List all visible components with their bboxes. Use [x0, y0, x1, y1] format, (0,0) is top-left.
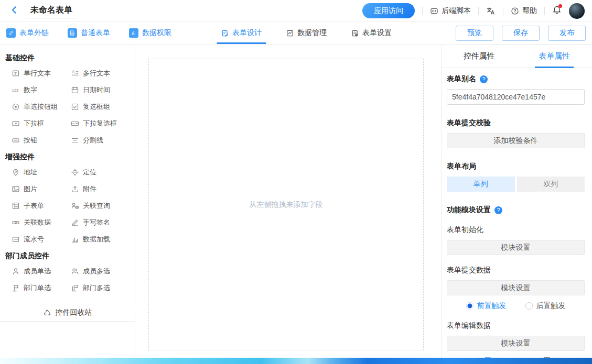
control-item-label: 单选按钮组 [24, 102, 58, 112]
control-item[interactable]: 手写签名 [71, 214, 135, 231]
form-alias-heading: 表单别名 ? [447, 74, 585, 84]
control-item[interactable]: 下拉复选框 [71, 115, 135, 132]
control-item[interactable]: 单行文本 [12, 65, 71, 82]
control-item-label: 定位 [83, 168, 96, 177]
control-item-label: 成员单选 [24, 267, 51, 276]
control-item[interactable]: 123数字 [12, 82, 71, 98]
data-load-icon [71, 235, 79, 244]
toolbar-item-form-external-link[interactable]: 表单外链 [6, 28, 49, 38]
radio-label: 前置触发 [477, 301, 507, 311]
desktop-taskbar-edge [0, 358, 592, 364]
data-permission-icon [129, 28, 138, 38]
control-item[interactable]: 部门单选 [12, 280, 71, 296]
dropzone-placeholder: 从左侧拖拽来添加字段 [250, 200, 323, 209]
page-title: 未命名表单 [30, 5, 72, 14]
control-item[interactable]: 附件 [71, 181, 135, 197]
layout-option[interactable]: 双列 [517, 177, 585, 192]
toolbar-left-group: 表单外链普通表单数据权限 [6, 22, 171, 44]
recycle-icon [43, 308, 51, 317]
recycle-label: 控件回收站 [56, 308, 92, 317]
preview-button[interactable]: 预览 [456, 26, 493, 41]
translate-icon [486, 6, 496, 16]
attachment-icon [71, 185, 79, 193]
toolbar-item-label: 表单外链 [19, 28, 49, 38]
control-item-label: 日期时间 [83, 85, 110, 95]
help-badge-icon[interactable]: ? [480, 75, 488, 83]
control-item-label: 数字 [24, 85, 37, 95]
help-badge-icon[interactable]: ? [494, 206, 502, 214]
control-item[interactable]: 日期时间 [71, 82, 135, 98]
control-item[interactable]: 地址 [12, 164, 71, 181]
publish-button[interactable]: 发布 [548, 26, 586, 41]
module-group-label: 表单编辑数据 [447, 321, 585, 330]
notification-button[interactable] [552, 5, 562, 17]
control-item-label: 手写签名 [83, 218, 110, 227]
form-title-edit[interactable]: 未命名表单 [29, 4, 76, 18]
multi-line-text-icon: A [71, 69, 79, 78]
control-recycle-bin[interactable]: 控件回收站 [0, 304, 135, 322]
module-settings-button[interactable]: 模块设置 [447, 280, 585, 295]
form-alias-input[interactable] [447, 89, 585, 105]
trigger-radio[interactable]: 后置触发 [525, 301, 566, 311]
form-dropzone[interactable]: 从左侧拖拽来添加字段 [148, 59, 424, 350]
tab-form-settings[interactable]: 表单设置 [351, 22, 392, 44]
image-icon [12, 185, 20, 193]
tab-data-manage[interactable]: 数据管理 [286, 22, 327, 44]
module-group: 表单初始化模块设置 [447, 225, 585, 255]
plain-form-icon [68, 28, 77, 38]
control-item-label: 图片 [24, 184, 37, 194]
control-item-label: 关联数据 [24, 218, 51, 227]
control-item[interactable]: 按钮 [12, 132, 71, 149]
tab-form-design[interactable]: 表单设计 [221, 22, 262, 44]
layout-option[interactable]: 单列 [447, 177, 515, 192]
control-item[interactable]: 关联查询 [71, 197, 135, 214]
control-item[interactable]: 下拉框 [12, 115, 71, 132]
sidebar-section-title: 基础控件 [0, 50, 135, 65]
subform-icon [12, 202, 20, 210]
trigger-radio[interactable]: 前置触发 [466, 301, 507, 311]
avatar[interactable] [569, 3, 585, 19]
code-icon [430, 7, 438, 15]
module-settings-button[interactable]: 模块设置 [447, 336, 585, 351]
control-item[interactable]: 复选框组 [71, 98, 135, 115]
svg-text:A: A [72, 69, 75, 74]
save-button[interactable]: 保存 [502, 26, 540, 41]
control-item[interactable]: 分割线 [71, 132, 135, 149]
language-button[interactable] [486, 6, 496, 16]
app-access-button[interactable]: 应用访问 [362, 3, 415, 18]
control-item[interactable]: 定位 [71, 164, 135, 181]
module-group: 表单编辑数据模块设置前置触发后置触发 [447, 321, 585, 358]
add-validation-button[interactable]: 添加校验条件 [447, 133, 585, 148]
divider-icon [71, 136, 79, 145]
sidebar-sections: 基础控件单行文本A多行文本123数字日期时间单选按钮组复选框组下拉框下拉复选框按… [0, 50, 135, 296]
radio-label: 后置触发 [536, 301, 566, 311]
form-layout-heading: 表单布局 [447, 162, 585, 171]
control-item[interactable]: 成员单选 [12, 263, 71, 280]
control-item[interactable]: 图片 [12, 181, 71, 197]
module-group-label: 表单提交数据 [447, 266, 585, 275]
control-item[interactable]: 成员多选 [71, 263, 135, 280]
back-button[interactable] [9, 5, 19, 17]
module-settings-button[interactable]: 模块设置 [447, 240, 585, 255]
tab-label: 表单设置 [362, 28, 392, 38]
tab-control-props[interactable]: 控件属性 [442, 45, 517, 68]
help-button[interactable]: 帮助 [511, 6, 537, 16]
toolbar-item-plain-form[interactable]: 普通表单 [68, 28, 110, 38]
control-item[interactable]: 部门多选 [71, 280, 135, 296]
radio-dot-icon [525, 302, 533, 310]
module-groups: 表单初始化模块设置表单提交数据模块设置前置触发后置触发表单编辑数据模块设置前置触… [447, 225, 585, 358]
control-item[interactable]: 子表单 [12, 197, 71, 214]
backend-script-label: 后端脚本 [442, 6, 471, 16]
control-item[interactable]: 关联数据 [12, 214, 71, 231]
control-item[interactable]: 数据加载 [71, 231, 135, 248]
toolbar-item-data-permission[interactable]: 数据权限 [129, 28, 171, 38]
control-item[interactable]: A多行文本 [71, 65, 135, 82]
tab-form-props[interactable]: 表单属性 [517, 45, 592, 68]
divider [503, 7, 503, 15]
external-link-icon [6, 28, 16, 38]
control-item[interactable]: 单选按钮组 [12, 98, 71, 115]
backend-script-button[interactable]: 后端脚本 [430, 6, 471, 16]
control-item[interactable]: 流水号 [12, 231, 71, 248]
control-item-label: 地址 [24, 168, 37, 177]
form-builder-app: 未命名表单 应用访问 后端脚本 帮助 [0, 0, 592, 364]
